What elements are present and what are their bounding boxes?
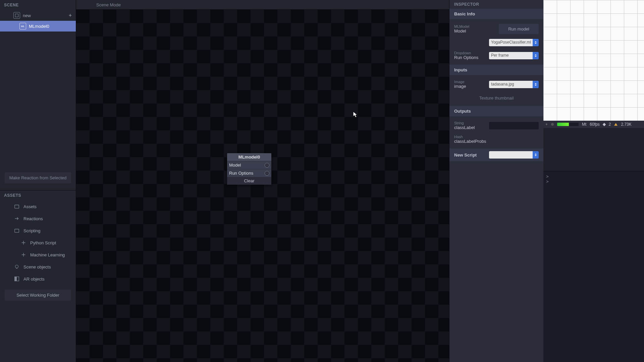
console-line: > <box>546 179 641 184</box>
scene-root-label: new <box>23 13 31 18</box>
stepper-icon[interactable] <box>533 151 539 159</box>
assets-item-reactions[interactable]: Reactions <box>0 213 76 225</box>
svg-rect-2 <box>15 229 19 233</box>
classlabel-name: classLabel <box>454 125 475 130</box>
new-script-dropdown[interactable] <box>489 151 539 159</box>
assets-item-ar-objects[interactable]: AR objects <box>0 273 76 285</box>
model-type-label: MLModel <box>454 24 469 28</box>
svg-rect-5 <box>15 277 17 281</box>
new-script-label: New Script <box>454 153 477 158</box>
plus-icon <box>20 239 27 246</box>
classprobs-name: classLabelProbs <box>454 139 486 144</box>
node-row-model-label: Model <box>229 163 241 168</box>
node-widget-row-runoptions[interactable]: Run Options ○ <box>227 169 271 177</box>
image-label-stack: Image image <box>454 80 466 89</box>
run-model-button[interactable]: Run model <box>499 24 539 34</box>
status-count: 2 <box>609 122 611 127</box>
image-name-label: image <box>454 84 466 89</box>
runoptions-type-label: Dropdown <box>454 51 478 55</box>
runoptions-value: Per frame <box>489 52 533 59</box>
classlabel-type: String <box>454 121 475 125</box>
status-mt: Mt <box>582 122 586 127</box>
classprobs-type: Hash <box>454 135 486 139</box>
model-file-value: YogaPoseClassifier.ml <box>489 39 533 46</box>
svg-rect-1 <box>15 205 19 208</box>
scene-root-row[interactable]: new + <box>0 10 76 21</box>
assets-label: Assets <box>23 204 37 209</box>
bulb-icon <box>13 263 20 270</box>
scripting-label: Scripting <box>23 228 41 233</box>
node-port-icon[interactable]: ○ <box>265 171 269 176</box>
ml-label: Machine Learning <box>30 252 65 257</box>
stepper-icon[interactable] <box>533 52 539 59</box>
texture-thumbnail-label: Texture thumbnail <box>454 94 539 101</box>
right-strip: + Mt 60fps 2 2.73K > > <box>543 0 644 362</box>
stepper-icon[interactable] <box>533 81 539 88</box>
script-folder-icon <box>13 227 20 234</box>
status-plus-icon[interactable]: + <box>545 122 548 127</box>
runoptions-name-label: Run Options <box>454 55 478 60</box>
new-script-value <box>489 151 533 159</box>
node-row-runoptions-label: Run Options <box>229 171 253 176</box>
perf-meter <box>557 123 579 126</box>
ml-node-icon: ML <box>19 23 26 29</box>
svg-point-3 <box>15 265 18 268</box>
console-line: > <box>546 174 641 179</box>
arrow-right-icon <box>13 215 20 222</box>
stepper-icon[interactable] <box>533 39 539 46</box>
python-script-label: Python Script <box>30 240 56 245</box>
reactions-label: Reactions <box>23 216 43 221</box>
run-options-dropdown[interactable]: Per frame <box>489 52 539 59</box>
image-input-dropdown[interactable]: tadasana.jpg <box>489 81 539 88</box>
plus-icon <box>20 251 27 258</box>
node-widget-clear-button[interactable]: Clear <box>227 177 271 185</box>
scene-node-label: MLmodel0 <box>29 24 49 29</box>
runoptions-label-stack: Dropdown Run Options <box>454 51 478 60</box>
diamond-icon <box>602 123 606 126</box>
scene-objects-label: Scene objects <box>23 264 51 269</box>
new-script-row: New Script <box>449 148 543 161</box>
classprobs-stack: Hash classLabelProbs <box>454 135 486 144</box>
assets-item-scripting[interactable]: Scripting <box>0 225 76 237</box>
model-label-stack: MLModel Model <box>454 24 469 34</box>
node-widget-mlmodel[interactable]: MLmodel0 Model ○ Run Options ○ Clear <box>227 153 271 185</box>
model-file-dropdown[interactable]: YogaPoseClassifier.ml <box>489 39 539 46</box>
select-working-folder-button[interactable]: Select Working Folder <box>5 290 71 301</box>
inputs-group: Image image tadasana.jpg Texture thumbna… <box>449 75 543 106</box>
scene-root-icon <box>13 12 20 19</box>
left-panel: SCENE new + ML MLmodel0 Make Reaction fr… <box>0 0 76 362</box>
add-node-button[interactable]: + <box>69 12 72 18</box>
outputs-header: Outputs <box>449 106 543 116</box>
assets-header: ASSETS <box>0 190 76 200</box>
folder-icon <box>13 203 20 210</box>
scene-mode-button[interactable]: Scene Mode <box>93 1 124 9</box>
image-value: tadasana.jpg <box>489 81 533 88</box>
assets-item-machine-learning[interactable]: Machine Learning <box>0 249 76 261</box>
node-widget-title: MLmodel0 <box>227 153 271 161</box>
outputs-group: String classLabel Hash classLabelProbs <box>449 116 543 148</box>
scene-node-mlmodel[interactable]: ML MLmodel0 <box>0 21 76 32</box>
scene-section: SCENE new + ML MLmodel0 Make Reaction fr… <box>0 0 76 190</box>
square-half-icon <box>13 276 20 282</box>
scene-header: SCENE <box>0 0 76 10</box>
triangle-icon <box>614 123 618 126</box>
model-group: MLModel Model Run model YogaPoseClassifi… <box>449 19 543 65</box>
inspector-title: INSPECTOR <box>449 0 543 9</box>
scene-mode-bar: Scene Mode <box>76 0 449 10</box>
node-widget-row-model[interactable]: Model ○ <box>227 161 271 169</box>
image-type-label: Image <box>454 80 466 84</box>
assets-section: ASSETS Assets Reactions Scripting Python… <box>0 190 76 362</box>
status-fps: 60fps <box>590 122 599 127</box>
assets-item-assets[interactable]: Assets <box>0 200 76 213</box>
assets-item-scene-objects[interactable]: Scene objects <box>0 261 76 273</box>
preview-grid[interactable] <box>543 0 644 121</box>
console[interactable]: > > <box>543 171 644 362</box>
viewport[interactable]: MLmodel0 Model ○ Run Options ○ Clear <box>76 10 449 362</box>
make-reaction-button[interactable]: Make Reaction from Selected <box>5 172 71 183</box>
svg-rect-0 <box>15 14 18 17</box>
assets-item-python-script[interactable]: Python Script <box>0 237 76 249</box>
classlabel-output-field <box>489 122 539 129</box>
node-port-icon[interactable]: ○ <box>265 163 269 168</box>
status-bar: + Mt 60fps 2 2.73K <box>543 121 644 128</box>
inputs-header: Inputs <box>449 65 543 75</box>
